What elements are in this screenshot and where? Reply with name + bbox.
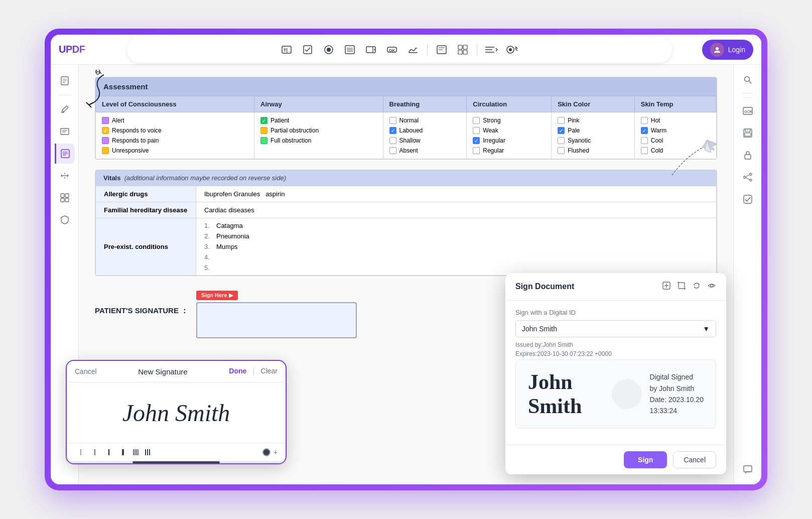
toolbar-list-btn[interactable] xyxy=(341,41,359,59)
svg-point-28 xyxy=(716,47,719,50)
sig-color-picker[interactable] xyxy=(262,448,270,456)
sidebar-item-edit[interactable] xyxy=(55,121,75,142)
toolbar-align-btn[interactable] xyxy=(482,41,500,59)
cancel-sign-btn[interactable]: Cancel xyxy=(673,451,716,468)
circulation-regular-box[interactable] xyxy=(473,147,480,154)
sign-id-dropdown[interactable]: John Smith ▼ xyxy=(515,320,716,337)
consciousness-cell: Alert ✓ Responds to voice Responds to pa… xyxy=(96,112,254,159)
sign-doc-icon-refresh[interactable] xyxy=(692,281,701,292)
vitals-hereditary-value[interactable]: Cardiac diseases xyxy=(196,202,717,218)
sig-tool-thick-pen[interactable] xyxy=(117,447,129,457)
toolbar-ok-btn[interactable]: OK xyxy=(383,41,401,59)
toolbar-signature-btn[interactable] xyxy=(404,41,422,59)
airway-patient-box[interactable]: ✓ xyxy=(260,117,267,124)
circulation-irregular-box[interactable]: ✓ xyxy=(473,137,480,144)
sign-with-label: Sign with a Digital ID xyxy=(515,309,716,316)
consciousness-alert-label: Alert xyxy=(112,117,124,124)
skincolor-pale-box[interactable]: ✓ xyxy=(558,127,565,134)
sig-tool-thin-pen-2[interactable] xyxy=(89,447,101,457)
circulation-weak-box[interactable] xyxy=(473,127,480,134)
signer-name: John Smith xyxy=(522,325,557,333)
toolbar-text2-btn[interactable] xyxy=(433,41,451,59)
sig-done-btn[interactable]: Done xyxy=(229,367,246,376)
airway-partial-box[interactable] xyxy=(260,127,267,134)
login-button[interactable]: Login xyxy=(702,40,753,60)
svg-point-25 xyxy=(509,48,512,51)
svg-rect-44 xyxy=(65,198,69,202)
skincolor-flushed-box[interactable] xyxy=(558,147,565,154)
skintemp-hot-box[interactable] xyxy=(641,117,648,124)
skincolor-pink-box[interactable] xyxy=(558,117,565,124)
toolbar-checkbox-btn[interactable] xyxy=(299,41,317,59)
sig-panel-tools: + xyxy=(67,443,286,461)
sign-doc-icon-eye[interactable] xyxy=(707,281,716,292)
circulation-strong-box[interactable] xyxy=(473,117,480,124)
toolbar-text-field-btn[interactable]: T| xyxy=(278,41,296,59)
sign-doc-icon-crop[interactable] xyxy=(677,281,686,292)
sidebar-item-protect[interactable] xyxy=(55,210,75,230)
sig-cancel-btn[interactable]: Cancel xyxy=(75,367,97,375)
sign-preview-name: John Smith xyxy=(528,370,604,418)
right-ocr-icon[interactable]: OCR xyxy=(739,102,757,120)
sign-here-button[interactable]: Sign Here ▶ xyxy=(196,291,238,300)
toolbar-radio-btn[interactable] xyxy=(320,41,338,59)
signature-box[interactable] xyxy=(196,302,357,338)
dropdown-arrow-icon: ▼ xyxy=(703,325,710,333)
skintemp-cool-box[interactable] xyxy=(641,137,648,144)
col-circulation: Circulation xyxy=(467,96,552,112)
sig-tool-thin-pen[interactable] xyxy=(75,447,87,457)
sig-tool-medium-pen[interactable] xyxy=(103,447,115,457)
sig-clear-btn[interactable]: Clear xyxy=(261,367,278,376)
sidebar-item-convert[interactable] xyxy=(55,166,75,186)
sign-doc-icon-add[interactable] xyxy=(662,281,671,292)
svg-rect-34 xyxy=(61,128,69,135)
toolbar-combo-btn[interactable] xyxy=(362,41,380,59)
right-check-icon[interactable] xyxy=(739,190,757,208)
toolbar-grid-btn[interactable] xyxy=(454,41,472,59)
sign-preview-by: by John Smith xyxy=(650,383,704,394)
sign-btn[interactable]: Sign xyxy=(624,451,667,468)
assessment-table: Level of Consciousness Airway Breathing … xyxy=(95,96,717,159)
vitals-conditions-value[interactable]: 1. Catagma 2. Pneumonia 3. Mumps 4. 5. xyxy=(196,218,717,276)
right-comment-icon[interactable] xyxy=(739,460,757,478)
consciousness-pain-box[interactable] xyxy=(102,137,109,144)
consciousness-unresponsive-box[interactable] xyxy=(102,147,109,154)
skintemp-cold-box[interactable] xyxy=(641,147,648,154)
breathing-absent-box[interactable] xyxy=(389,147,396,154)
circulation-weak-row: Weak xyxy=(473,125,545,136)
svg-point-45 xyxy=(96,70,100,74)
skin-temp-cell: Hot ✓ Warm Cool xyxy=(634,112,716,159)
sidebar-item-organize[interactable] xyxy=(55,188,75,208)
right-search-icon[interactable] xyxy=(739,71,757,89)
breathing-laboued-row: ✓ Laboued xyxy=(389,125,461,136)
skintemp-cool-row: Cool xyxy=(641,136,710,146)
breathing-laboued-box[interactable]: ✓ xyxy=(389,127,396,134)
breathing-shallow-box[interactable] xyxy=(389,137,396,144)
consciousness-alert-box[interactable] xyxy=(102,117,109,124)
skincolor-syanotic-box[interactable] xyxy=(558,137,565,144)
skintemp-warm-box[interactable]: ✓ xyxy=(641,127,648,134)
sig-add-color-btn[interactable]: + xyxy=(274,448,278,456)
vitals-allergic-value[interactable]: Ibuprofen Granules aspirin xyxy=(196,186,717,202)
sig-tool-vert-1[interactable] xyxy=(131,447,141,457)
breathing-shallow-row: Shallow xyxy=(389,136,461,146)
skintemp-hot-label: Hot xyxy=(651,117,660,124)
sign-here-label: Sign Here xyxy=(201,292,227,298)
sidebar-item-pages[interactable] xyxy=(55,71,75,91)
breathing-normal-box[interactable] xyxy=(389,117,396,124)
airway-full-box[interactable] xyxy=(260,137,267,144)
svg-rect-42 xyxy=(65,194,69,197)
consciousness-voice-box[interactable]: ✓ xyxy=(102,127,109,134)
toolbar-tools-btn[interactable] xyxy=(503,41,521,59)
sig-panel-body[interactable]: John Smith xyxy=(67,382,286,443)
sig-tool-vert-2[interactable] xyxy=(143,447,153,457)
right-save-icon[interactable] xyxy=(739,124,757,142)
separator-1 xyxy=(427,44,428,56)
svg-point-79 xyxy=(711,285,713,287)
sidebar-item-forms[interactable] xyxy=(55,144,75,164)
right-lock-icon[interactable] xyxy=(739,146,757,164)
app-logo: UPDF xyxy=(59,44,85,55)
right-share-icon[interactable] xyxy=(739,168,757,186)
sidebar-item-annotate[interactable] xyxy=(55,99,75,119)
skintemp-hot-row: Hot xyxy=(641,115,710,125)
